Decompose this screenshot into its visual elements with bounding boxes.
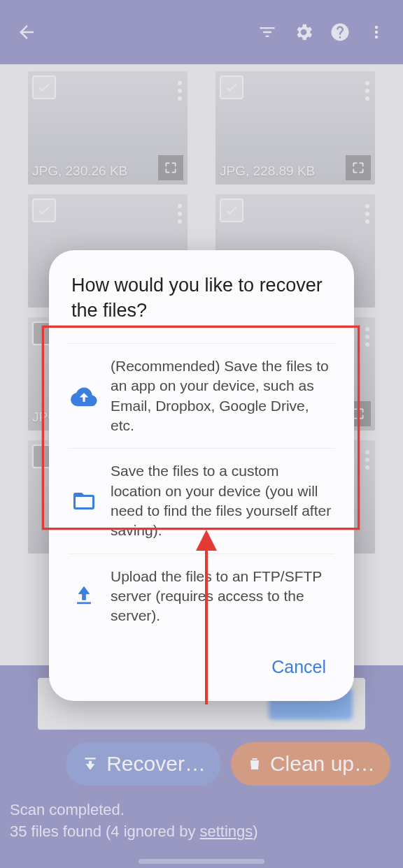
recover-options-dialog: How would you like to recover the files?… bbox=[49, 250, 354, 701]
recover-option-ftp[interactable]: Upload the files to an FTP/SFTP server (… bbox=[69, 554, 334, 639]
dialog-actions: Cancel bbox=[69, 649, 334, 686]
upload-icon bbox=[70, 584, 98, 608]
recover-option-text: Save the files to a custom location on y… bbox=[111, 461, 333, 540]
recover-option-list: (Recommended) Save the files to an app o… bbox=[69, 343, 334, 639]
cancel-button[interactable]: Cancel bbox=[267, 649, 330, 686]
recover-option-cloud[interactable]: (Recommended) Save the files to an app o… bbox=[69, 344, 334, 449]
cloud-upload-icon bbox=[70, 383, 98, 410]
folder-icon bbox=[70, 489, 98, 514]
recover-option-text: Upload the files to an FTP/SFTP server (… bbox=[111, 567, 333, 626]
dialog-title: How would you like to recover the files? bbox=[69, 273, 334, 324]
recover-option-text: (Recommended) Save the files to an app o… bbox=[111, 356, 333, 435]
recover-option-folder[interactable]: Save the files to a custom location on y… bbox=[69, 449, 334, 554]
